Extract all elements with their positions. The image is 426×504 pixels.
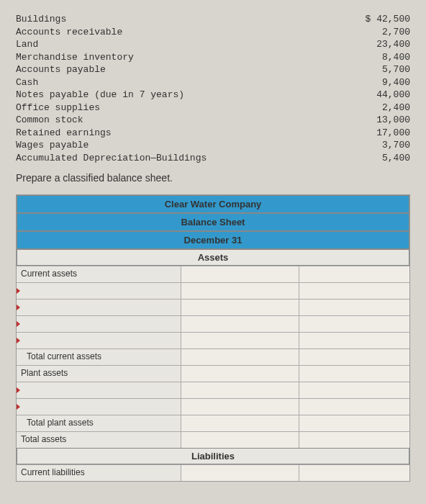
table-row: Total assets	[17, 431, 409, 448]
account-value: 23,400	[353, 38, 410, 51]
account-row: Wages payable 3,700	[16, 139, 410, 152]
account-row: Office supplies 2,400	[16, 102, 410, 114]
input-cell[interactable]	[181, 415, 299, 431]
account-label: Notes payable (due in 7 years)	[16, 89, 353, 102]
table-row: Current assets	[17, 266, 409, 282]
company-header: Clear Water Company	[17, 195, 409, 213]
total-current-assets-label: Total current assets	[17, 349, 181, 365]
account-row: Accounts payable 5,700	[16, 63, 410, 76]
assets-section-header: Assets	[17, 249, 409, 266]
accounts-list: Buildings $ 42,500 Accounts receivable 2…	[16, 13, 410, 165]
table-row: Total current assets	[17, 348, 409, 365]
input-cell[interactable]	[299, 333, 409, 348]
account-row: Notes payable (due in 7 years) 44,000	[16, 89, 410, 102]
input-cell[interactable]	[299, 300, 409, 315]
input-cell[interactable]	[299, 266, 409, 282]
input-cell[interactable]	[181, 465, 299, 481]
input-cell[interactable]	[181, 366, 299, 382]
account-row: Accumulated Depreciation—Buildings 5,400	[16, 152, 410, 165]
liabilities-section-header: Liabilities	[17, 448, 409, 464]
dropdown-cell[interactable]	[17, 316, 181, 332]
account-value: 5,400	[353, 152, 410, 165]
account-row: Merchandise inventory 8,400	[16, 51, 410, 64]
table-row: Total plant assets	[17, 415, 409, 431]
input-cell[interactable]	[181, 300, 299, 315]
input-cell[interactable]	[299, 283, 409, 299]
input-cell[interactable]	[181, 382, 299, 398]
table-row: Current liabilities	[17, 464, 409, 481]
current-assets-label: Current assets	[17, 266, 181, 282]
account-row: Cash 9,400	[16, 76, 410, 89]
account-value: 13,000	[353, 114, 410, 127]
account-value: 5,700	[353, 63, 410, 76]
dropdown-cell[interactable]	[17, 300, 181, 315]
account-value: $ 42,500	[353, 13, 410, 26]
account-value: 3,700	[353, 139, 410, 152]
table-row	[17, 282, 409, 299]
account-label: Accounts receivable	[16, 26, 353, 39]
account-label: Retained earnings	[16, 127, 353, 140]
account-value: 17,000	[353, 127, 410, 140]
account-row: Common stock 13,000	[16, 114, 410, 127]
account-label: Cash	[16, 76, 353, 89]
input-cell[interactable]	[299, 415, 409, 431]
dropdown-cell[interactable]	[17, 382, 181, 398]
input-cell[interactable]	[299, 349, 409, 365]
account-value: 8,400	[353, 51, 410, 64]
input-cell[interactable]	[181, 283, 299, 299]
table-row	[17, 332, 409, 348]
plant-assets-label: Plant assets	[17, 366, 181, 382]
input-cell[interactable]	[181, 349, 299, 365]
current-liabilities-label: Current liabilities	[17, 465, 181, 481]
account-label: Common stock	[16, 114, 353, 127]
input-cell[interactable]	[181, 316, 299, 332]
sheet-date: December 31	[17, 231, 409, 249]
account-value: 9,400	[353, 76, 410, 89]
account-label: Accounts payable	[16, 63, 353, 76]
input-cell[interactable]	[181, 399, 299, 415]
table-row	[17, 382, 409, 398]
input-cell[interactable]	[299, 366, 409, 382]
total-assets-label: Total assets	[17, 432, 181, 448]
input-cell[interactable]	[299, 399, 409, 415]
account-row: Land 23,400	[16, 38, 410, 51]
input-cell[interactable]	[299, 432, 409, 448]
account-row: Retained earnings 17,000	[16, 127, 410, 140]
input-cell[interactable]	[181, 333, 299, 348]
instruction-text: Prepare a classified balance sheet.	[16, 172, 410, 184]
input-cell[interactable]	[299, 465, 409, 481]
total-plant-assets-label: Total plant assets	[17, 415, 181, 431]
input-cell[interactable]	[299, 316, 409, 332]
account-label: Buildings	[16, 13, 353, 26]
account-value: 2,700	[353, 26, 410, 39]
table-row: Plant assets	[17, 365, 409, 382]
account-value: 44,000	[353, 89, 410, 102]
account-label: Accumulated Depreciation—Buildings	[16, 152, 353, 165]
dropdown-cell[interactable]	[17, 333, 181, 348]
account-row: Buildings $ 42,500	[16, 13, 410, 26]
balance-sheet-table: Clear Water Company Balance Sheet Decemb…	[16, 194, 410, 482]
sheet-title: Balance Sheet	[17, 213, 409, 231]
table-row	[17, 398, 409, 415]
account-row: Accounts receivable 2,700	[16, 26, 410, 39]
input-cell[interactable]	[181, 266, 299, 282]
account-label: Office supplies	[16, 102, 353, 114]
table-row	[17, 315, 409, 332]
account-label: Wages payable	[16, 139, 353, 152]
dropdown-cell[interactable]	[17, 399, 181, 415]
account-label: Land	[16, 38, 353, 51]
input-cell[interactable]	[299, 382, 409, 398]
account-label: Merchandise inventory	[16, 51, 353, 64]
input-cell[interactable]	[181, 432, 299, 448]
table-row	[17, 299, 409, 315]
dropdown-cell[interactable]	[17, 283, 181, 299]
account-value: 2,400	[353, 102, 410, 114]
